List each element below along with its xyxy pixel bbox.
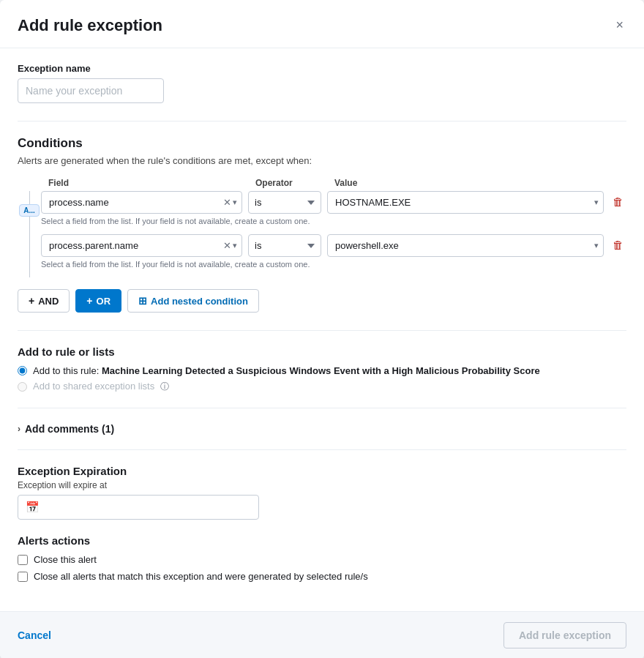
cancel-button[interactable]: Cancel: [18, 624, 51, 647]
add-to-shared-radio[interactable]: [18, 382, 27, 392]
clear-field-icon-2[interactable]: ✕: [223, 240, 231, 251]
field-input-wrap-1: ✕ ▾: [41, 191, 242, 214]
plus-icon-and: +: [29, 295, 34, 307]
alerts-actions-section: Alerts actions Close this alert Close al…: [18, 534, 626, 582]
add-to-rule-radio-row: Add to this rule: Machine Learning Detec…: [18, 365, 626, 376]
or-label: OR: [97, 296, 111, 307]
table-row: ✕ ▾ is is not is one of is not one of: [41, 234, 626, 269]
add-to-shared-text: Add to shared exception lists: [33, 381, 154, 392]
divider-1: [18, 121, 626, 121]
condition-inputs-2: ✕ ▾ is is not is one of is not one of: [41, 234, 604, 257]
expiration-field-label: Exception will expire at: [18, 480, 626, 490]
nested-icon: ⊞: [138, 295, 147, 307]
divider-2: [18, 330, 626, 331]
date-input-wrap: 📅: [18, 495, 259, 520]
add-to-shared-radio-row: Add to shared exception lists ⓘ: [18, 381, 626, 393]
condition-inputs-1: ✕ ▾ is is not is one of is not one of: [41, 191, 604, 214]
rule-name: Machine Learning Detected a Suspicious W…: [102, 365, 540, 376]
delete-condition-button-2[interactable]: 🗑: [610, 234, 626, 255]
close-this-alert-label: Close this alert: [34, 554, 97, 565]
close-icon: ×: [615, 18, 624, 33]
condition-fields-1: ✕ ▾ is is not is one of is not one of: [41, 191, 604, 225]
field-input-icons-1: ✕ ▾: [223, 197, 237, 208]
operator-select-1[interactable]: is is not is one of is not one of exists…: [248, 191, 321, 214]
conditions-section: Conditions Alerts are generated when the…: [18, 136, 626, 313]
field-input-2[interactable]: [46, 235, 223, 256]
add-to-section: Add to rule or lists Add to this rule: M…: [18, 345, 626, 393]
alerts-actions-title: Alerts actions: [18, 534, 626, 547]
field-input-wrap-2: ✕ ▾: [41, 234, 242, 257]
expiration-title: Exception Expiration: [18, 465, 626, 477]
value-chevron-icon-2[interactable]: ▾: [594, 241, 599, 250]
close-all-alerts-row: Close all alerts that match this excepti…: [18, 571, 626, 582]
modal-footer: Cancel Add rule exception: [0, 611, 644, 658]
exception-name-label: Exception name: [18, 63, 626, 74]
value-wrap-2: ▾: [327, 234, 604, 257]
add-to-rule-label: Add to this rule: Machine Learning Detec…: [33, 365, 540, 376]
connector-label: A...: [19, 204, 40, 217]
condition-fields-2: ✕ ▾ is is not is one of is not one of: [41, 234, 604, 269]
chevron-down-icon-1[interactable]: ▾: [233, 198, 237, 207]
field-col-header: Field: [48, 178, 250, 188]
exception-name-input[interactable]: [18, 78, 164, 103]
expiration-date-input[interactable]: [44, 502, 251, 513]
and-label: AND: [38, 296, 59, 307]
info-icon: ⓘ: [160, 381, 169, 392]
conditions-container: A... ✕ ▾: [18, 191, 626, 277]
comments-section: › Add comments (1): [18, 423, 626, 435]
divider-4: [18, 449, 626, 450]
exception-name-section: Exception name: [18, 63, 626, 103]
close-button[interactable]: ×: [613, 15, 626, 36]
add-to-rule-radio[interactable]: [18, 366, 27, 375]
clear-field-icon-1[interactable]: ✕: [223, 197, 231, 208]
value-input-1[interactable]: [332, 192, 594, 213]
hint-text-2: Select a field from the list. If your fi…: [41, 260, 604, 269]
calendar-icon: 📅: [26, 501, 40, 514]
or-button[interactable]: + OR: [75, 289, 121, 313]
add-to-title: Add to rule or lists: [18, 345, 626, 358]
add-rule-exception-button[interactable]: Add rule exception: [503, 622, 626, 648]
divider-3: [18, 408, 626, 408]
close-this-alert-row: Close this alert: [18, 554, 626, 565]
operator-col-header: Operator: [255, 178, 329, 188]
nested-label: Add nested condition: [151, 296, 248, 307]
comments-label: Add comments (1): [25, 423, 114, 435]
add-to-shared-label: Add to shared exception lists ⓘ: [33, 381, 169, 393]
add-comments-toggle[interactable]: › Add comments (1): [18, 423, 114, 435]
expiration-section: Exception Expiration Exception will expi…: [18, 465, 626, 520]
conditions-list: ✕ ▾ is is not is one of is not one of: [41, 191, 626, 277]
condition-connector: A...: [18, 191, 41, 277]
connector-top-line: [29, 191, 30, 204]
conditions-title: Conditions: [18, 136, 626, 151]
conditions-description: Alerts are generated when the rule's con…: [18, 155, 626, 166]
add-nested-condition-button[interactable]: ⊞ Add nested condition: [127, 289, 259, 313]
trash-icon-1: 🗑: [613, 195, 624, 208]
field-input-1[interactable]: [46, 192, 223, 213]
add-to-rule-prefix: Add to this rule:: [33, 365, 102, 376]
value-col-header: Value: [334, 178, 626, 188]
plus-icon-or: +: [86, 295, 92, 307]
table-row: ✕ ▾ is is not is one of is not one of: [41, 191, 626, 225]
trash-icon-2: 🗑: [613, 239, 624, 251]
modal-body: Exception name Conditions Alerts are gen…: [0, 48, 644, 611]
chevron-down-icon-2[interactable]: ▾: [233, 241, 237, 250]
field-input-icons-2: ✕ ▾: [223, 240, 237, 251]
close-all-alerts-checkbox[interactable]: [18, 572, 28, 582]
and-button[interactable]: + AND: [18, 289, 70, 313]
hint-text-1: Select a field from the list. If your fi…: [41, 217, 604, 225]
modal-header: Add rule exception ×: [0, 0, 644, 48]
condition-actions: + AND + OR ⊞ Add nested condition: [18, 289, 626, 313]
operator-select-2[interactable]: is is not is one of is not one of exists…: [248, 234, 321, 257]
close-this-alert-checkbox[interactable]: [18, 555, 28, 565]
close-all-alerts-label: Close all alerts that match this excepti…: [34, 571, 368, 582]
add-rule-exception-modal: Add rule exception × Exception name Cond…: [0, 0, 644, 658]
modal-title: Add rule exception: [18, 16, 162, 35]
value-chevron-icon-1[interactable]: ▾: [594, 198, 599, 207]
delete-condition-button-1[interactable]: 🗑: [610, 191, 626, 212]
value-input-2[interactable]: [332, 235, 594, 256]
chevron-right-icon: ›: [18, 424, 20, 434]
value-wrap-1: ▾: [327, 191, 604, 214]
connector-bottom-line: [29, 217, 30, 277]
